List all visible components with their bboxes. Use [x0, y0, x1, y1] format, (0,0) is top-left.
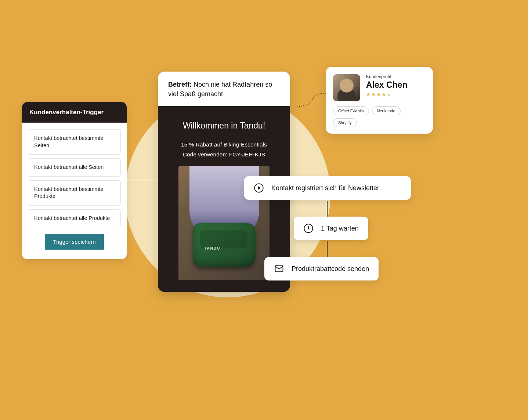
trigger-option[interactable]: Kontakt betrachtet bestimmte Produkte	[28, 180, 121, 206]
email-code-text: Code verwenden: FGY-JEH-KJS	[165, 150, 283, 159]
trigger-option[interactable]: Kontakt betrachtet alle Seiten	[28, 158, 121, 177]
avatar	[333, 74, 360, 101]
connector-line	[327, 201, 328, 217]
star-icon: ★	[371, 91, 376, 97]
trigger-option[interactable]: Kontakt betrachtet bestimmte Seiten	[28, 129, 121, 155]
automation-step-label: Produktrabattcode senden	[292, 265, 369, 273]
mail-icon	[274, 264, 284, 274]
email-welcome-title: Willkommen in Tandu!	[165, 121, 283, 131]
email-discount-text: 15 % Rabatt auf Biking-Essentials	[165, 140, 283, 149]
customer-profile-card: Kundenprofil Alex Chen ★★★★★ Öffnet E-Ma…	[326, 67, 433, 134]
automation-step-wait[interactable]: 1 Tag warten	[294, 217, 368, 240]
email-subject-label: Betreff:	[168, 81, 192, 88]
trigger-panel-body: Kontakt betrachtet bestimmte Seiten Kont…	[22, 123, 127, 259]
automation-step-label: Kontakt registriert sich für Newsletter	[271, 184, 379, 192]
profile-name: Alex Chen	[366, 80, 407, 90]
star-icon: ★	[387, 91, 392, 97]
automation-step-label: 1 Tag warten	[321, 225, 359, 232]
trigger-panel: Kundenverhalten-Trigger Kontakt betracht…	[22, 102, 127, 259]
star-icon: ★	[366, 91, 371, 97]
play-circle-icon	[254, 183, 264, 193]
profile-tag[interactable]: Öffnet E-Mails	[333, 106, 369, 115]
product-brand-label: TANDU	[204, 246, 220, 250]
connector-line	[327, 241, 328, 257]
rating-stars: ★★★★★	[366, 91, 407, 97]
profile-tag[interactable]: Neukunde	[372, 106, 401, 115]
clock-icon	[303, 223, 314, 233]
email-subject: Betreff: Noch nie hat Radfahren so viel …	[158, 72, 290, 106]
save-trigger-button[interactable]: Trigger speichern	[45, 234, 104, 250]
profile-label: Kundenprofil	[366, 74, 407, 79]
automation-step-send-code[interactable]: Produktrabattcode senden	[264, 257, 379, 280]
profile-tags: Öffnet E-Mails Neukunde Shopify	[333, 106, 426, 127]
trigger-panel-header: Kundenverhalten-Trigger	[22, 102, 127, 123]
star-icon: ★	[376, 91, 381, 97]
connector-dash-left	[127, 180, 158, 180]
star-icon: ★	[381, 91, 387, 97]
trigger-option[interactable]: Kontakt betrachtet alle Produkte	[28, 209, 121, 228]
connector-dash-right	[290, 93, 327, 107]
automation-step-newsletter[interactable]: Kontakt registriert sich für Newsletter	[244, 176, 411, 200]
profile-tag[interactable]: Shopify	[333, 118, 357, 127]
